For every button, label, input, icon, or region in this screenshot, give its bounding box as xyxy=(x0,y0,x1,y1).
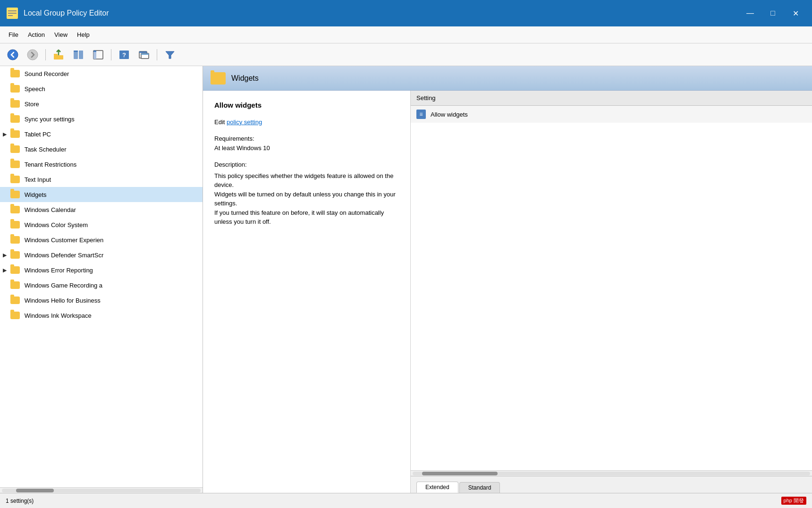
tree-item-text-input[interactable]: Text Input xyxy=(0,172,203,187)
settings-scrollbar-thumb[interactable] xyxy=(422,472,498,475)
tree-item-tablet-pc[interactable]: ▶ Tablet PC xyxy=(0,127,203,142)
tree-item-label-windows-game-recording: Windows Game Recording a xyxy=(25,282,102,289)
expand-windows-defender: ▶ xyxy=(3,252,10,258)
svg-point-4 xyxy=(8,50,18,60)
back-button[interactable] xyxy=(4,46,22,63)
tree-item-sound-recorder[interactable]: Sound Recorder xyxy=(0,66,203,81)
svg-rect-17 xyxy=(139,51,147,53)
tree-scrollbar-track xyxy=(2,489,201,492)
settings-item-allow-widgets[interactable]: Allow widgets xyxy=(411,106,812,123)
help-button[interactable]: ? xyxy=(115,46,133,63)
tree-item-label-sync: Sync your settings xyxy=(25,116,75,123)
svg-rect-1 xyxy=(8,10,17,11)
tree-item-windows-ink-workspace[interactable]: Windows Ink Workspace xyxy=(0,308,203,323)
policy-icon xyxy=(416,110,426,119)
tree-item-label-sound-recorder: Sound Recorder xyxy=(25,70,69,77)
tree-item-windows-calendar[interactable]: Windows Calendar xyxy=(0,202,203,217)
filter-button[interactable] xyxy=(161,46,179,63)
svg-rect-3 xyxy=(8,15,13,16)
folder-icon-store xyxy=(10,100,20,108)
show-hide-action-button[interactable] xyxy=(89,46,107,63)
show-hide-console-button[interactable] xyxy=(69,46,87,63)
description-label: Description: xyxy=(214,160,399,169)
tree-item-windows-defender[interactable]: ▶ Windows Defender SmartScr xyxy=(0,247,203,262)
tree-item-widgets[interactable]: Widgets xyxy=(0,187,203,202)
status-badge: php 開發 xyxy=(781,497,806,505)
tree-item-windows-hello[interactable]: Windows Hello for Business xyxy=(0,293,203,308)
tree-item-label-windows-customer-exp: Windows Customer Experien xyxy=(25,237,104,244)
minimize-button[interactable]: — xyxy=(739,5,761,22)
folder-icon-windows-customer-exp xyxy=(10,236,20,244)
tree-item-windows-game-recording[interactable]: Windows Game Recording a xyxy=(0,278,203,293)
help-icon: ? xyxy=(118,49,130,60)
svg-rect-13 xyxy=(93,51,96,52)
maximize-button[interactable]: □ xyxy=(762,5,784,22)
folder-icon-sync xyxy=(10,115,20,123)
description-panel: Allow widgets Edit policy setting Requir… xyxy=(203,91,411,493)
forward-icon xyxy=(27,49,38,60)
tree-item-sync[interactable]: Sync your settings xyxy=(0,111,203,127)
tab-standard[interactable]: Standard xyxy=(459,482,500,493)
folder-icon-sound-recorder xyxy=(10,70,20,77)
svg-text:?: ? xyxy=(122,51,126,59)
menu-file[interactable]: File xyxy=(4,29,23,40)
policy-setting-link[interactable]: policy setting xyxy=(227,119,262,126)
title-bar: Local Group Policy Editor — □ ✕ xyxy=(0,0,812,26)
close-button[interactable]: ✕ xyxy=(785,5,806,22)
forward-button[interactable] xyxy=(24,46,42,63)
tree-item-windows-error-reporting[interactable]: ▶ Windows Error Reporting xyxy=(0,262,203,278)
tree-item-label-speech: Speech xyxy=(25,85,45,93)
tree-scrollbar-thumb[interactable] xyxy=(16,489,54,492)
app-icon xyxy=(6,7,19,20)
tree-item-tenant-restrictions[interactable]: Tenant Restrictions xyxy=(0,157,203,172)
folder-icon-text-input xyxy=(10,176,20,183)
right-header: Widgets xyxy=(203,66,812,91)
settings-horizontal-scrollbar[interactable] xyxy=(411,470,812,476)
tree-item-label-windows-defender: Windows Defender SmartScr xyxy=(25,252,104,259)
tree-item-store[interactable]: Store xyxy=(0,96,203,111)
settings-item-label-allow-widgets: Allow widgets xyxy=(431,111,468,118)
window-controls: — □ ✕ xyxy=(739,5,806,22)
toolbar-sep-1 xyxy=(45,49,46,60)
folder-icon-speech xyxy=(10,85,20,93)
tree-item-label-text-input: Text Input xyxy=(25,176,51,183)
svg-marker-20 xyxy=(166,51,174,59)
menu-action[interactable]: Action xyxy=(23,29,50,40)
up-button[interactable] xyxy=(50,46,68,63)
new-window-button[interactable] xyxy=(135,46,153,63)
settings-header: Setting xyxy=(411,91,812,106)
tree-list: Sound Recorder Speech Store Sync your se… xyxy=(0,66,203,487)
settings-scrollbar-track xyxy=(413,472,810,475)
tree-item-task-scheduler[interactable]: Task Scheduler xyxy=(0,142,203,157)
svg-rect-9 xyxy=(79,51,83,59)
menu-bar: File Action View Help xyxy=(0,26,812,43)
folder-icon-widgets xyxy=(10,191,20,198)
requirements-value: At least Windows 10 xyxy=(214,144,399,153)
menu-help[interactable]: Help xyxy=(72,29,94,40)
tree-item-label-windows-calendar: Windows Calendar xyxy=(25,206,76,213)
description-section: Description: This policy specifies wheth… xyxy=(214,160,399,227)
header-folder-icon xyxy=(211,72,226,85)
menu-view[interactable]: View xyxy=(50,29,72,40)
tab-extended[interactable]: Extended xyxy=(416,482,458,493)
right-panel: Widgets Allow widgets Edit policy settin… xyxy=(203,66,812,493)
tree-item-windows-color-system[interactable]: Windows Color System xyxy=(0,217,203,232)
tree-horizontal-scrollbar[interactable] xyxy=(0,487,203,493)
right-content: Allow widgets Edit policy setting Requir… xyxy=(203,91,812,493)
svg-rect-2 xyxy=(8,13,17,14)
requirements-label: Requirements: xyxy=(214,134,399,144)
tree-item-label-task-scheduler: Task Scheduler xyxy=(25,146,67,153)
tree-item-label-windows-error-reporting: Windows Error Reporting xyxy=(25,267,93,274)
title-bar-left: Local Group Policy Editor xyxy=(6,7,109,20)
svg-rect-6 xyxy=(54,55,63,59)
tree-item-label-windows-hello: Windows Hello for Business xyxy=(25,297,101,304)
folder-icon-tablet-pc xyxy=(10,130,20,138)
edit-policy-text: Edit policy setting xyxy=(214,118,399,127)
tree-item-label-store: Store xyxy=(25,101,39,108)
tree-item-speech[interactable]: Speech xyxy=(0,81,203,96)
svg-rect-10 xyxy=(74,51,78,52)
folder-icon-tenant-restrictions xyxy=(10,161,20,168)
tree-item-windows-customer-exp[interactable]: Windows Customer Experien xyxy=(0,232,203,247)
tree-panel: Sound Recorder Speech Store Sync your se… xyxy=(0,66,203,493)
folder-icon-windows-game-recording xyxy=(10,281,20,289)
